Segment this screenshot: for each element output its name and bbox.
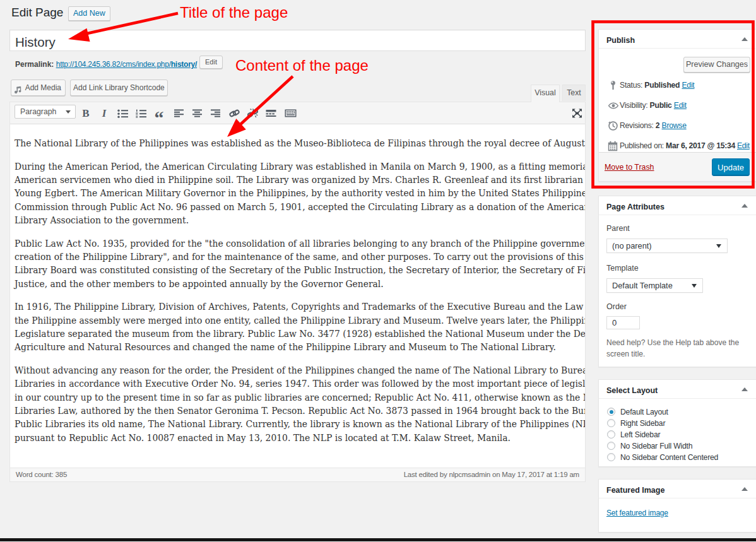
select-layout-header[interactable]: Select Layout xyxy=(599,380,756,399)
revisions-row: Revisions: 2 Browse xyxy=(608,120,752,133)
add-new-button[interactable]: Add New xyxy=(68,6,110,21)
toolbar-toggle-button[interactable] xyxy=(282,105,298,121)
visibility-row: Visibility: Public Edit xyxy=(608,100,752,112)
fullscreen-icon xyxy=(572,109,582,118)
collapse-icon[interactable] xyxy=(741,204,748,208)
layout-option-label: Left Sidebar xyxy=(620,430,660,439)
add-link-library-shortcode-button[interactable]: Add Link Library Shortcode xyxy=(70,80,168,96)
taskbar-edge xyxy=(0,538,756,541)
content-line: Without advancing any reason for the ord… xyxy=(15,364,580,377)
chevron-down-icon xyxy=(66,110,71,114)
radio-selected-icon[interactable] xyxy=(607,408,615,416)
published-on-row: Published on: Mar 6, 2017 @ 15:34 Edit xyxy=(608,140,752,153)
edit-visibility-link[interactable]: Edit xyxy=(674,101,687,110)
publish-box: Publish Preview Changes Status: Publishe… xyxy=(598,29,756,182)
bulleted-list-button[interactable] xyxy=(114,105,131,121)
layout-option-label: Right Sidebar xyxy=(620,419,665,428)
content-line: During the American Period, the American… xyxy=(15,160,580,174)
move-to-trash-link[interactable]: Move to Trash xyxy=(605,163,654,172)
template-select[interactable]: Default Template xyxy=(606,278,703,293)
select-layout-box: Select Layout Default LayoutRight Sideba… xyxy=(598,379,756,467)
permalink-label: Permalink: xyxy=(15,60,54,69)
paragraph-format-dropdown[interactable]: Paragraph xyxy=(15,105,76,119)
eye-icon xyxy=(608,100,618,111)
page-attributes-header[interactable]: Page Attributes xyxy=(599,196,756,215)
insert-link-button[interactable] xyxy=(226,105,242,121)
preview-changes-button[interactable]: Preview Changes xyxy=(683,57,750,73)
publish-actions: Move to Trash Update xyxy=(599,152,756,181)
editor-content[interactable]: The National Library of the Philippines … xyxy=(10,125,585,468)
select-layout-title: Select Layout xyxy=(606,386,658,395)
content-line: Justice, and the other members to be app… xyxy=(15,278,580,291)
italic-icon: I xyxy=(102,107,107,120)
parent-select[interactable]: (no parent) xyxy=(606,239,728,253)
content-paragraph: Without advancing any reason for the ord… xyxy=(15,364,580,445)
blockquote-button[interactable]: “ xyxy=(151,105,167,121)
content-line: Legislature separated the museum from th… xyxy=(15,327,580,341)
media-note-icon xyxy=(14,84,22,99)
editor: Paragraph B I “ xyxy=(9,102,586,482)
content-line: in our country up to the present time in… xyxy=(15,391,580,404)
collapse-icon[interactable] xyxy=(741,387,748,391)
radio-icon[interactable] xyxy=(607,442,615,450)
content-line: Commission through Public Act No. 96 pas… xyxy=(15,201,580,214)
distraction-free-button[interactable] xyxy=(571,109,582,119)
editor-status-bar: Word count: 385 Last edited by nlpcmsadm… xyxy=(10,468,585,481)
blockquote-icon: “ xyxy=(155,107,164,121)
content-line: creation of the Philippine Library", and… xyxy=(15,250,580,264)
collapse-icon[interactable] xyxy=(741,487,748,491)
content-line: The National Library of the Philippines … xyxy=(15,137,580,150)
align-left-button[interactable] xyxy=(170,105,187,121)
publish-box-header[interactable]: Publish xyxy=(599,30,756,49)
parent-label: Parent xyxy=(606,224,630,233)
content-line: Public Libraries its old name, The Natio… xyxy=(15,418,580,431)
last-edited: Last edited by nlpcmsadmin on May 17, 20… xyxy=(404,471,579,478)
revisions-icon xyxy=(608,121,618,131)
italic-button[interactable]: I xyxy=(96,105,112,121)
content-line: Libraries in accordance with Executive O… xyxy=(15,377,580,391)
radio-icon[interactable] xyxy=(607,430,615,439)
update-button[interactable]: Update xyxy=(712,158,750,176)
read-more-tag-button[interactable] xyxy=(263,105,279,121)
order-input[interactable] xyxy=(606,316,640,329)
radio-icon[interactable] xyxy=(607,453,615,461)
title-input[interactable] xyxy=(9,30,586,51)
page-attributes-box: Page Attributes Parent (no parent) Templ… xyxy=(598,196,756,367)
content-line: pursuant to Republic Act No. 10087 enact… xyxy=(15,432,580,445)
page-attributes-title: Page Attributes xyxy=(606,203,664,211)
layout-option-label: No Sidebar Content Centered xyxy=(620,453,718,462)
align-right-icon xyxy=(211,109,220,117)
featured-image-header[interactable]: Featured Image xyxy=(599,480,756,498)
template-label: Template xyxy=(606,264,639,273)
tab-visual[interactable]: Visual xyxy=(531,85,560,102)
content-line: In 1916, The Philippine Library, Divisio… xyxy=(15,300,580,314)
edit-page-screen: Edit Page Add New Permalink: http://104.… xyxy=(0,0,756,542)
page-attributes-help: Need help? Use the Help tab above the sc… xyxy=(606,338,743,360)
numbered-list-button[interactable] xyxy=(133,105,149,121)
edit-status-link[interactable]: Edit xyxy=(682,81,694,90)
set-featured-image-link[interactable]: Set featured image xyxy=(606,509,668,517)
browse-revisions-link[interactable]: Browse xyxy=(662,121,687,130)
align-right-button[interactable] xyxy=(207,105,223,121)
align-center-button[interactable] xyxy=(189,105,205,121)
link-icon xyxy=(229,108,240,119)
align-left-icon xyxy=(174,109,184,117)
content-paragraph: During the American Period, the American… xyxy=(15,160,580,228)
radio-icon[interactable] xyxy=(607,419,615,427)
keyboard-icon xyxy=(285,109,297,117)
tab-text[interactable]: Text xyxy=(562,85,586,101)
publish-box-title: Publish xyxy=(606,36,635,45)
annotation-title-label: Title of the page xyxy=(180,4,288,21)
unlink-icon xyxy=(247,108,258,119)
add-media-button[interactable]: Add Media xyxy=(11,80,66,96)
remove-link-button[interactable] xyxy=(244,105,261,121)
permalink-link[interactable]: http://104.245.36.82/cms/index.php/histo… xyxy=(56,60,197,69)
chevron-down-icon xyxy=(716,244,721,248)
content-line: the Philippine assembly were merged into… xyxy=(15,314,580,327)
bold-button[interactable]: B xyxy=(78,105,94,121)
collapse-icon[interactable] xyxy=(741,37,748,41)
content-line: Agriculture and Natural Resources and ch… xyxy=(15,341,580,354)
edit-permalink-button[interactable]: Edit xyxy=(199,56,223,69)
edit-published-date-link[interactable]: Edit xyxy=(737,141,750,150)
order-label: Order xyxy=(606,302,627,311)
